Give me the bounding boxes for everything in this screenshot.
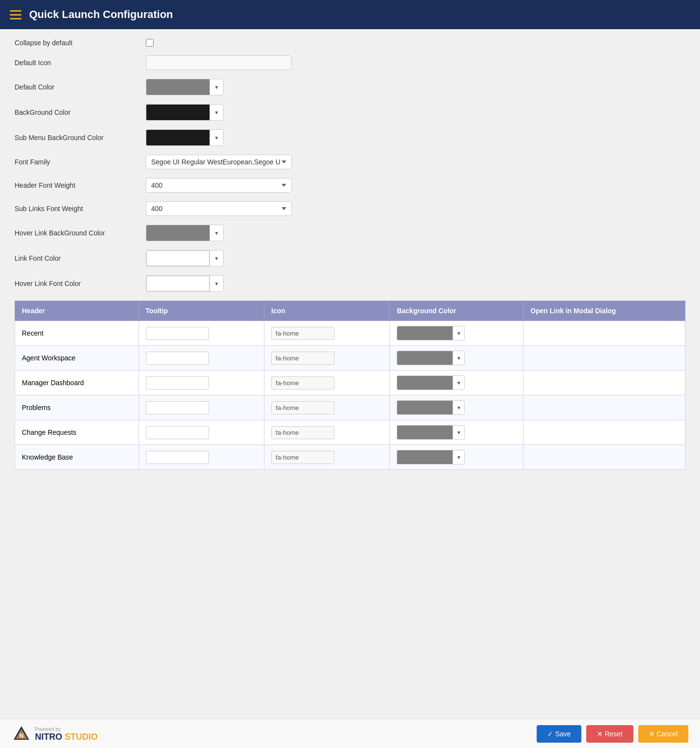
reset-button[interactable]: ✕ Reset	[586, 725, 633, 743]
table-cell-bg-color: ▼	[390, 395, 524, 420]
sub-links-font-weight-label: Sub Links Font Weight	[15, 205, 136, 213]
col-bg-color: Background Color	[390, 301, 524, 321]
form-row-link-font-color: Link Font Color ▼	[15, 250, 685, 267]
table-color-swatch	[397, 426, 453, 439]
bg-color-swatch	[146, 105, 210, 120]
table-color-picker[interactable]: ▼	[397, 450, 465, 464]
form-row-hover-link-font-color: Hover Link Font Color ▼	[15, 275, 685, 292]
table-cell-modal	[524, 371, 685, 395]
hover-link-font-color-arrow: ▼	[210, 276, 223, 291]
sub-links-font-weight-select[interactable]: 100200300 400 500600700800900	[146, 201, 292, 216]
table-color-picker[interactable]: ▼	[397, 375, 465, 390]
table-cell-icon	[264, 346, 390, 371]
hover-link-bg-label: Hover Link BackGround Color	[15, 229, 136, 237]
table-cell-icon	[264, 445, 390, 470]
default-icon-control: fa-home	[146, 55, 292, 70]
header-font-weight-select[interactable]: 100200300 400 500600700800900	[146, 178, 292, 193]
nitro-logo-text: Powered by NITRO STUDIO	[35, 727, 98, 741]
collapse-checkbox[interactable]	[146, 39, 154, 47]
tooltip-input[interactable]	[146, 426, 209, 439]
main-content: Collapse by default Default Icon fa-home…	[0, 29, 700, 719]
font-family-label: Font Family	[15, 158, 136, 166]
tooltip-input[interactable]	[146, 451, 209, 464]
icon-input[interactable]	[271, 426, 334, 439]
hamburger-icon[interactable]	[10, 10, 21, 19]
bg-color-arrow: ▼	[210, 105, 223, 120]
table-color-picker[interactable]: ▼	[397, 400, 465, 415]
hover-link-font-color-control: ▼	[146, 275, 224, 292]
form-row-header-font-weight: Header Font Weight 100200300 400 5006007…	[15, 178, 685, 193]
table-color-swatch	[397, 376, 453, 390]
icon-input[interactable]	[271, 401, 334, 414]
save-button[interactable]: ✓ Save	[537, 725, 581, 743]
default-color-arrow: ▼	[210, 79, 223, 95]
hover-link-bg-swatch	[146, 225, 210, 241]
table-color-arrow: ▼	[453, 326, 464, 340]
nitro-logo-icon: N	[12, 724, 31, 744]
table-header-row: Header Tooltip Icon Background Color Ope…	[15, 301, 685, 321]
bg-color-label: BackGround Color	[15, 108, 136, 116]
table-row: Knowledge Base▼	[15, 445, 685, 470]
page-title: Quick Launch Configuration	[29, 8, 173, 21]
hover-link-bg-control: ▼	[146, 225, 224, 241]
table-row: Recent▼	[15, 321, 685, 346]
table-cell-icon	[264, 321, 390, 346]
icon-input[interactable]	[271, 451, 334, 464]
table-cell-icon	[264, 395, 390, 420]
form-row-sub-links-font-weight: Sub Links Font Weight 100200300 400 5006…	[15, 201, 685, 216]
link-font-color-picker[interactable]: ▼	[146, 250, 224, 267]
table-color-swatch	[397, 401, 453, 414]
table-color-arrow: ▼	[453, 376, 464, 390]
table-cell-modal	[524, 445, 685, 470]
table-cell-bg-color: ▼	[390, 321, 524, 346]
icon-input[interactable]	[271, 327, 334, 340]
col-tooltip: Tooltip	[139, 301, 264, 321]
table-cell-modal	[524, 395, 685, 420]
font-family-select[interactable]: Segoe UI Regular WestEuropean,Segoe U Ar…	[146, 155, 292, 169]
table-cell-modal	[524, 321, 685, 346]
tooltip-input[interactable]	[146, 376, 209, 390]
tooltip-input[interactable]	[146, 327, 209, 340]
form-row-hover-link-bg: Hover Link BackGround Color ▼	[15, 225, 685, 241]
form-row-default-color: Default Color ▼	[15, 79, 685, 95]
table-cell-header: Problems	[15, 395, 139, 420]
link-font-color-label: Link Font Color	[15, 254, 136, 262]
tooltip-input[interactable]	[146, 352, 209, 365]
studio-part: STUDIO	[62, 732, 98, 742]
col-icon: Icon	[264, 301, 390, 321]
table-color-picker[interactable]: ▼	[397, 326, 465, 340]
bg-color-picker[interactable]: ▼	[146, 104, 224, 121]
col-modal: Open Link in Modal Dialog	[524, 301, 685, 321]
table-row: Manager Dashboard▼	[15, 371, 685, 395]
header-font-weight-label: Header Font Weight	[15, 181, 136, 189]
hover-link-bg-picker[interactable]: ▼	[146, 225, 224, 241]
collapse-label: Collapse by default	[15, 39, 136, 47]
table-cell-tooltip	[139, 395, 264, 420]
sub-menu-bg-control: ▼	[146, 129, 224, 146]
form-row-font-family: Font Family Segoe UI Regular WestEuropea…	[15, 155, 685, 169]
table-row: Agent Workspace▼	[15, 346, 685, 371]
tooltip-input[interactable]	[146, 401, 209, 414]
table-cell-tooltip	[139, 346, 264, 371]
form-row-sub-menu-bg: Sub Menu BackGround Color ▼	[15, 129, 685, 146]
icon-input[interactable]	[271, 352, 334, 365]
sub-menu-bg-picker[interactable]: ▼	[146, 129, 224, 146]
form-row-bg-color: BackGround Color ▼	[15, 104, 685, 121]
table-row: Change Requests▼	[15, 420, 685, 445]
table-color-arrow: ▼	[453, 426, 464, 439]
default-color-picker[interactable]: ▼	[146, 79, 224, 95]
table-color-picker[interactable]: ▼	[397, 351, 465, 365]
table-cell-modal	[524, 346, 685, 371]
footer-buttons: ✓ Save ✕ Reset ✕ Cancel	[537, 725, 688, 743]
nitro-brand: NITRO STUDIO	[35, 732, 98, 741]
link-font-color-control: ▼	[146, 250, 224, 267]
icon-input[interactable]	[271, 376, 334, 390]
hover-link-font-color-picker[interactable]: ▼	[146, 275, 224, 292]
table-cell-bg-color: ▼	[390, 420, 524, 445]
default-icon-input[interactable]: fa-home	[146, 55, 292, 70]
table-color-picker[interactable]: ▼	[397, 425, 465, 440]
cancel-button[interactable]: ✕ Cancel	[638, 725, 688, 743]
table-color-arrow: ▼	[453, 401, 464, 414]
table-row: Problems▼	[15, 395, 685, 420]
bg-color-control: ▼	[146, 104, 224, 121]
